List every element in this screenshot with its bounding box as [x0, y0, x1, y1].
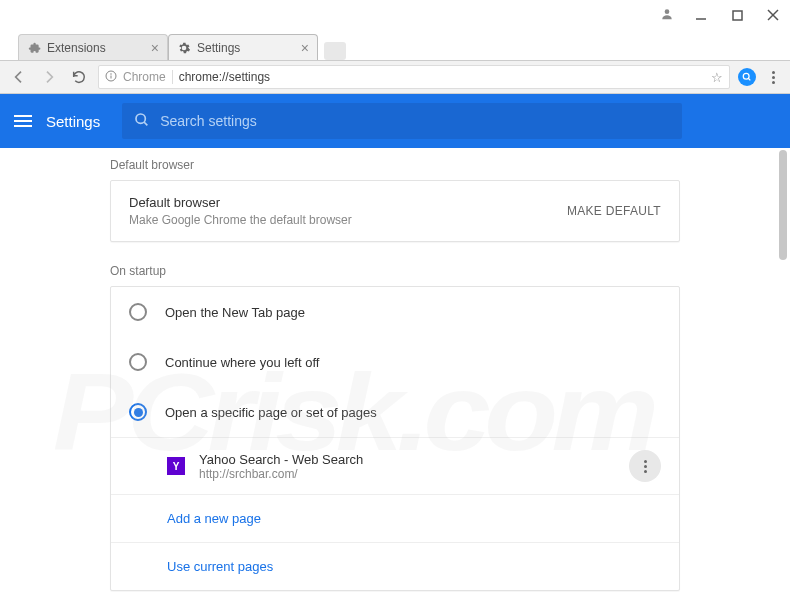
- svg-point-10: [136, 114, 145, 123]
- tab-label: Extensions: [47, 41, 147, 55]
- section-heading-startup: On startup: [110, 264, 680, 278]
- svg-rect-2: [733, 11, 742, 20]
- startup-page-title: Yahoo Search - Web Search: [199, 452, 615, 467]
- page-title: Settings: [46, 113, 100, 130]
- browser-toolbar: Chrome chrome://settings ☆: [0, 60, 790, 94]
- radio-icon[interactable]: [129, 353, 147, 371]
- bookmark-icon[interactable]: ☆: [711, 70, 723, 85]
- url-text: chrome://settings: [179, 70, 705, 84]
- maximize-button[interactable]: [728, 5, 746, 25]
- radio-icon[interactable]: [129, 403, 147, 421]
- page-more-button[interactable]: [629, 450, 661, 482]
- startup-page-url: http://srchbar.com/: [199, 467, 615, 481]
- window-titlebar: [0, 0, 790, 30]
- tab-strip: Extensions × Settings ×: [0, 30, 790, 60]
- search-engine-icon[interactable]: [738, 68, 756, 86]
- add-page-row: Add a new page: [111, 494, 679, 542]
- use-current-row: Use current pages: [111, 542, 679, 590]
- settings-content: PCrisk.com Default browser Default brows…: [0, 148, 790, 592]
- make-default-button[interactable]: MAKE DEFAULT: [567, 204, 661, 218]
- forward-button[interactable]: [38, 66, 60, 88]
- startup-card: Open the New Tab page Continue where you…: [110, 286, 680, 591]
- search-settings-box[interactable]: [122, 103, 682, 139]
- svg-point-8: [743, 73, 749, 79]
- minimize-button[interactable]: [692, 5, 710, 25]
- radio-label: Open the New Tab page: [165, 305, 305, 320]
- svg-line-9: [748, 78, 750, 80]
- security-icon: [105, 70, 117, 85]
- back-button[interactable]: [8, 66, 30, 88]
- default-browser-sub: Make Google Chrome the default browser: [129, 213, 352, 227]
- close-icon[interactable]: ×: [151, 40, 159, 56]
- close-button[interactable]: [764, 5, 782, 25]
- url-origin: Chrome: [123, 70, 173, 84]
- profile-icon[interactable]: [660, 7, 674, 24]
- scrollbar-thumb[interactable]: [779, 150, 787, 260]
- radio-icon[interactable]: [129, 303, 147, 321]
- close-icon[interactable]: ×: [301, 40, 309, 56]
- svg-point-0: [665, 9, 670, 14]
- settings-header: Settings: [0, 94, 790, 148]
- reload-button[interactable]: [68, 66, 90, 88]
- add-page-link[interactable]: Add a new page: [167, 511, 261, 526]
- address-bar[interactable]: Chrome chrome://settings ☆: [98, 65, 730, 89]
- svg-rect-7: [111, 75, 112, 78]
- default-browser-card: Default browser Make Google Chrome the d…: [110, 180, 680, 242]
- scrollbar[interactable]: [778, 148, 788, 592]
- startup-page-entry: Y Yahoo Search - Web Search http://srchb…: [111, 437, 679, 494]
- radio-label: Open a specific page or set of pages: [165, 405, 377, 420]
- browser-menu-button[interactable]: [764, 71, 782, 84]
- tab-label: Settings: [197, 41, 297, 55]
- menu-icon[interactable]: [14, 112, 32, 130]
- tab-extensions[interactable]: Extensions ×: [18, 34, 168, 60]
- page-favicon: Y: [167, 457, 185, 475]
- use-current-link[interactable]: Use current pages: [167, 559, 273, 574]
- svg-line-11: [144, 122, 147, 125]
- startup-option-continue[interactable]: Continue where you left off: [111, 337, 679, 387]
- gear-icon: [177, 41, 191, 55]
- tab-settings[interactable]: Settings ×: [168, 34, 318, 60]
- new-tab-button[interactable]: [324, 42, 346, 60]
- startup-option-newtab[interactable]: Open the New Tab page: [111, 287, 679, 337]
- section-heading-default-browser: Default browser: [110, 158, 680, 172]
- default-browser-title: Default browser: [129, 195, 352, 210]
- extension-icon: [27, 41, 41, 55]
- radio-label: Continue where you left off: [165, 355, 319, 370]
- svg-point-6: [110, 73, 112, 75]
- search-icon: [134, 112, 150, 131]
- search-settings-input[interactable]: [160, 113, 670, 129]
- startup-option-specific[interactable]: Open a specific page or set of pages: [111, 387, 679, 437]
